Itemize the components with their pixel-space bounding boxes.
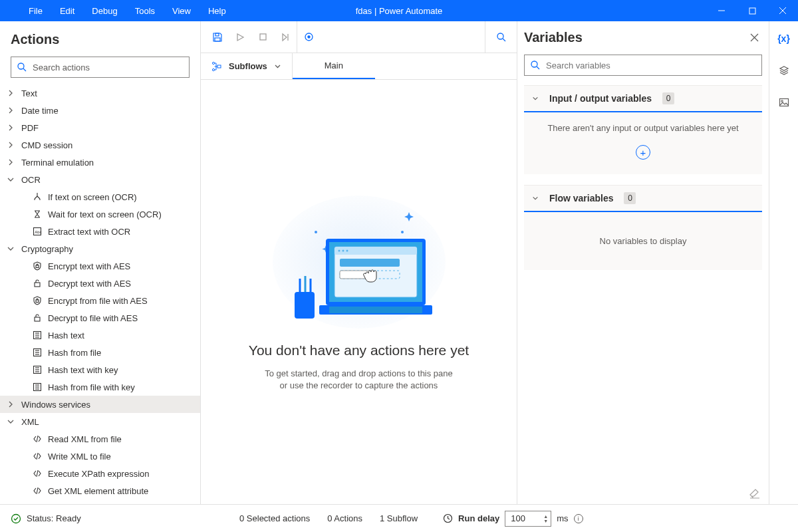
tree-category-label: XML: [21, 417, 39, 427]
chevron-down-icon: [0, 245, 21, 252]
tree-action-encrypt-text-with-aes[interactable]: Encrypt text with AES: [0, 257, 200, 275]
rail-variables-button[interactable]: {x}: [773, 29, 795, 48]
menu-file[interactable]: File: [20, 0, 51, 21]
tree-action-extract-text-with-ocr[interactable]: AbcExtract text with OCR: [0, 223, 200, 240]
xml-icon: [32, 468, 43, 479]
record-button[interactable]: [297, 21, 320, 53]
actions-tree[interactable]: TextDate timePDFCMD sessionTerminal emul…: [0, 84, 200, 504]
tree-action-wait-for-text-on-screen-ocr-[interactable]: Wait for text on screen (OCR): [0, 205, 200, 223]
svg-line-5: [23, 68, 26, 71]
variables-search-box[interactable]: [524, 55, 762, 76]
actions-panel: Actions TextDate timePDFCMD sessionTermi…: [0, 21, 201, 504]
tree-action-hash-text[interactable]: Hash text: [0, 327, 200, 344]
add-io-variable-button[interactable]: +: [636, 145, 650, 160]
tree-category-date-time[interactable]: Date time: [0, 102, 200, 119]
tree-action-decrypt-to-file-with-aes[interactable]: Decrypt to file with AES: [0, 309, 200, 327]
subflows-dropdown[interactable]: Subflows: [201, 53, 293, 79]
branch-icon: [32, 192, 43, 202]
stop-button[interactable]: [251, 21, 274, 53]
chevron-down-icon: [532, 95, 539, 102]
menu-tools[interactable]: Tools: [126, 0, 164, 21]
tree-category-label: OCR: [21, 175, 41, 185]
svg-point-64: [12, 514, 21, 523]
rail-layers-button[interactable]: [773, 61, 795, 80]
tree-action-if-text-on-screen-ocr-[interactable]: If text on screen (OCR): [0, 188, 200, 205]
flow-variables-section: Flow variables 0 No variables to display: [524, 185, 762, 270]
tree-category-cmd-session[interactable]: CMD session: [0, 136, 200, 154]
menu-view[interactable]: View: [164, 0, 200, 21]
subflows-label: Subflows: [229, 61, 267, 71]
io-variables-title: Input / output variables: [549, 93, 652, 104]
tree-action-hash-text-with-key[interactable]: Hash text with key: [0, 361, 200, 378]
tree-category-text[interactable]: Text: [0, 84, 200, 102]
designer-canvas[interactable]: You don't have any actions here yet To g…: [201, 80, 517, 504]
menu-edit[interactable]: Edit: [51, 0, 83, 21]
run-delay-spinners[interactable]: ▲▼: [543, 514, 548, 523]
tree-category-label: Windows services: [21, 400, 90, 410]
tree-category-pdf[interactable]: PDF: [0, 119, 200, 136]
tree-action-execute-xpath-expression[interactable]: Execute XPath expression: [0, 465, 200, 482]
tree-action-label: Hash from file: [48, 348, 101, 358]
run-delay-input[interactable]: 100 ▲▼: [505, 511, 551, 527]
unlock-icon: [32, 313, 43, 323]
run-button[interactable]: [229, 21, 251, 53]
tree-action-set-xml-element-attribute[interactable]: Set XML element attribute: [0, 499, 200, 504]
maximize-button[interactable]: [737, 0, 767, 21]
step-button[interactable]: [274, 21, 297, 53]
svg-rect-62: [779, 99, 788, 106]
variables-panel: Variables Input / output variables 0 The…: [517, 21, 769, 504]
svg-rect-42: [295, 292, 315, 319]
tree-category-cryptography[interactable]: Cryptography: [0, 240, 200, 257]
flow-variables-empty-text: No variables to display: [600, 236, 687, 246]
tree-category-ocr[interactable]: OCR: [0, 171, 200, 188]
chevron-right-icon: [0, 159, 21, 166]
tree-action-encrypt-from-file-with-aes[interactable]: Encrypt from file with AES: [0, 292, 200, 309]
tree-action-label: Decrypt to file with AES: [48, 313, 138, 323]
chevron-down-icon: [0, 418, 21, 425]
actions-search-input[interactable]: [33, 63, 184, 72]
minimize-button[interactable]: [706, 0, 737, 21]
tree-action-decrypt-text-with-aes[interactable]: Decrypt text with AES: [0, 275, 200, 292]
tree-action-write-xml-to-file[interactable]: Write XML to file: [0, 448, 200, 465]
toolbar-search-button[interactable]: [485, 21, 517, 53]
menu-help[interactable]: Help: [200, 0, 235, 21]
svg-rect-30: [260, 34, 266, 40]
save-button[interactable]: [206, 21, 229, 53]
svg-point-40: [401, 231, 404, 233]
tree-action-hash-from-file[interactable]: Hash from file: [0, 344, 200, 361]
shield-lock-icon: [32, 295, 43, 306]
svg-text:Abc: Abc: [35, 230, 41, 234]
close-button[interactable]: [767, 0, 798, 21]
svg-line-35: [503, 39, 505, 41]
actions-search-box[interactable]: [11, 57, 190, 78]
svg-rect-28: [215, 33, 219, 36]
chevron-right-icon: [0, 142, 21, 148]
info-icon[interactable]: i: [574, 514, 583, 523]
tree-category-xml[interactable]: XML: [0, 413, 200, 430]
ocr-extract-icon: Abc: [32, 226, 43, 237]
status-counts: 0 Selected actions 0 Actions 1 Subflow R…: [239, 511, 583, 527]
io-variables-header[interactable]: Input / output variables 0: [524, 86, 762, 112]
rail-images-button[interactable]: [773, 93, 795, 112]
tree-action-get-xml-element-attribute[interactable]: Get XML element attribute: [0, 482, 200, 499]
variables-search-input[interactable]: [546, 61, 756, 70]
svg-line-61: [537, 66, 539, 69]
flow-variables-title: Flow variables: [549, 193, 613, 203]
menu-debug[interactable]: Debug: [83, 0, 126, 21]
actions-panel-title: Actions: [0, 21, 200, 57]
variables-close-button[interactable]: [743, 27, 765, 48]
tab-main[interactable]: Main: [293, 53, 375, 79]
chevron-right-icon: [0, 124, 21, 131]
svg-point-63: [781, 100, 783, 102]
selected-actions-count: 0 Selected actions: [239, 513, 310, 523]
flow-variables-header[interactable]: Flow variables 0: [524, 186, 762, 212]
eraser-icon[interactable]: [749, 488, 761, 500]
search-icon: [17, 62, 27, 72]
run-delay-group: Run delay 100 ▲▼ ms i: [443, 511, 583, 527]
tree-action-read-xml-from-file[interactable]: Read XML from file: [0, 430, 200, 448]
tree-category-terminal-emulation[interactable]: Terminal emulation: [0, 154, 200, 171]
hash-icon: [32, 347, 43, 358]
tree-category-windows-services[interactable]: Windows services: [0, 396, 200, 413]
tree-action-hash-from-file-with-key[interactable]: Hash from file with key: [0, 378, 200, 396]
variables-panel-title: Variables: [524, 30, 743, 45]
